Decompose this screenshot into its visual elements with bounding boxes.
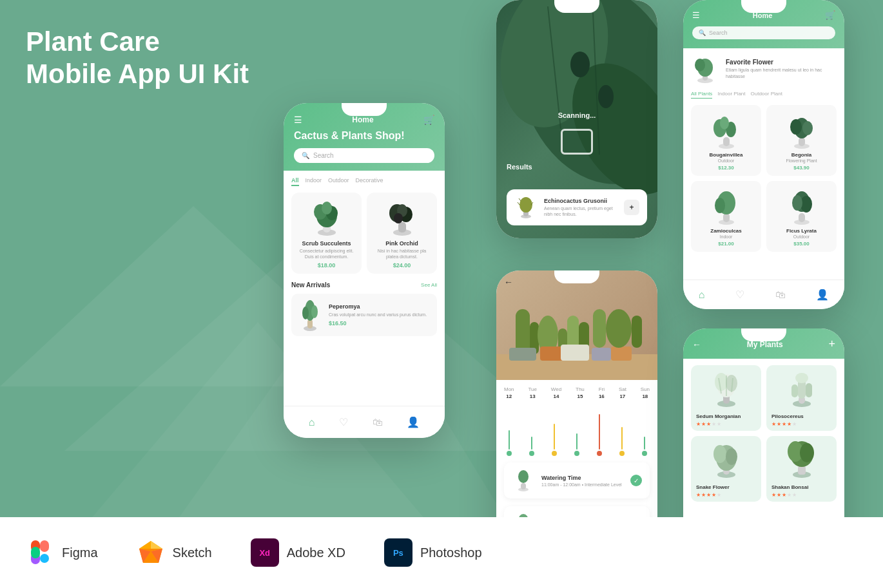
event-image [512,469,535,492]
product-name: Scrub Succulents [296,240,356,247]
phone-shop: ☰ Home 🛒 Cactus & Plants Shop! 🔍 Search … [284,103,445,438]
plant-card[interactable]: Ficus Lyrata Outdoor $35.00 [766,181,837,252]
my-plant-name: Sedum Morganian [696,413,756,419]
svg-point-96 [726,448,737,465]
page-title: Plant Care Mobile App UI Kit [26,26,249,91]
product-card[interactable]: Pink Orchid Nisi in hac habitasse pla pl… [367,193,437,274]
plant-card-name: Ficus Lyrata [771,228,831,234]
svg-point-67 [790,119,802,135]
svg-rect-60 [723,137,730,146]
profile-nav-icon[interactable]: 👤 [816,289,829,301]
see-all-link[interactable]: See All [421,282,437,288]
notch [554,0,599,13]
plant-card[interactable]: Zamioculcas Indoor $21.00 [691,181,761,252]
tab-all[interactable]: All [291,177,299,186]
plant-card-image [710,186,742,225]
plant-card[interactable]: Bougainvillea Outdoor $12.30 [691,105,761,176]
svg-point-95 [713,445,726,463]
my-plant-card[interactable]: Snake Flower ★ ★ ★ ★ ★ [691,436,761,502]
svg-rect-45 [611,346,632,361]
svg-rect-43 [561,345,589,361]
home-nav-icon[interactable]: ⌂ [309,417,315,428]
phone4-body: Favorite Flower Etiam ligula quam hendre… [683,48,844,263]
svg-rect-48 [632,316,642,348]
water-bar [619,427,625,456]
svg-rect-44 [592,348,611,361]
svg-point-77 [792,195,802,211]
cart-nav-icon[interactable]: 🛍 [775,289,786,301]
tab-indoor[interactable]: Indoor [306,177,322,186]
product-desc: Consectetur adipiscing elit. Duis at con… [296,248,356,260]
phone1-search[interactable]: 🔍 Search [294,148,434,163]
my-plant-name: Shakan Bonsai [771,484,831,490]
back-button[interactable]: ← [692,339,701,350]
menu-icon[interactable]: ☰ [294,115,302,125]
search-icon: 🔍 [699,30,706,36]
tab-outdoor[interactable]: Outdoor [328,177,349,186]
phone1-nav: ☰ Home 🛒 [294,115,434,125]
scan-result-name: Echinocactus Grusonii [544,198,617,204]
plant-card[interactable]: Begonia Flowering Plant $43.90 [766,105,837,176]
svg-rect-50 [521,483,526,489]
featured-info: Favorite Flower Etiam ligula quam hendre… [726,59,837,79]
product-card[interactable]: Scrub Succulents Consectetur adipiscing … [291,193,362,274]
add-button[interactable]: + [828,337,835,351]
my-plant-name: Snake Flower [696,484,756,490]
xd-label: Adobe XD [287,545,345,560]
back-button[interactable]: ← [504,277,513,287]
scanning-label: Scanning... [558,111,596,119]
filter-tabs: All Plants Indoor Plant Outdoor Plant [691,91,837,99]
plant-grid: Bougainvillea Outdoor $12.30 Begonia Flo… [691,105,837,252]
plant-card-type: Indoor [696,234,756,239]
new-arrivals-header: New Arrivals See All [291,281,437,289]
plant-card-type: Outdoor [771,234,831,239]
svg-rect-65 [799,137,805,146]
day-item: Tue13 [528,386,537,399]
filter-outdoor[interactable]: Outdoor Plant [751,91,782,99]
svg-point-19 [302,307,309,319]
svg-point-30 [519,197,532,213]
scanner-frame [561,129,593,155]
cart-icon[interactable]: 🛒 [825,10,835,20]
product-price: $24.00 [372,262,432,269]
notch [741,0,786,13]
featured-desc: Etiam ligula quam hendrerit malesu ut le… [726,67,837,79]
my-plant-card[interactable]: Shakan Bonsai ★ ★ ★ ★ ★ [766,436,837,502]
phone1-nav-title: Home [302,115,423,124]
favorites-nav-icon[interactable]: ♡ [735,289,744,301]
svg-rect-74 [799,213,805,222]
event-info: Watering Time 11:00am - 12:00am • Interm… [541,475,624,487]
svg-rect-11 [398,222,406,232]
arrival-item[interactable]: Peperomya Cras volutpat arcu nunc and va… [291,294,437,336]
phone4-bottom-nav: ⌂ ♡ 🛍 👤 [683,280,844,309]
scan-result-add[interactable]: + [624,200,639,215]
schedule-days: Mon12 Tue13 Wed14 Thu15 Fri16 Sat17 Sun1… [504,386,650,399]
my-plant-card[interactable]: Pilosocereus ★ ★ ★ ★ ★ [766,365,837,431]
favorites-nav-icon[interactable]: ♡ [339,416,348,428]
scanner-bg: Results Scanning... [496,0,657,238]
svg-line-31 [518,202,519,205]
water-bar [597,414,602,456]
menu-icon[interactable]: ☰ [692,10,700,20]
my-plant-name: Pilosocereus [771,413,831,419]
plant-card-price: $35.00 [771,241,831,247]
water-bar [552,424,557,456]
tab-decorative[interactable]: Decorative [356,177,383,186]
my-plant-card[interactable]: Sedum Morganian ★ ★ ★ ★ ★ [691,365,761,431]
scan-result-desc: Aenean quam lectus, pretium eget nibh ne… [544,205,617,217]
product-name: Pink Orchid [372,240,432,247]
svg-rect-91 [806,383,812,397]
arrival-desc: Cras volutpat arcu nunc and varius purus… [329,312,431,318]
cart-nav-icon[interactable]: 🛍 [373,417,383,428]
cart-icon[interactable]: 🛒 [423,115,434,125]
filter-all-plants[interactable]: All Plants [691,91,712,99]
svg-rect-46 [593,309,606,348]
svg-point-63 [720,117,729,129]
svg-rect-103 [40,540,49,552]
profile-nav-icon[interactable]: 👤 [407,416,420,428]
bottom-bar: Figma Sketch Xd Adobe XD Ps Photoshop [0,517,883,588]
svg-line-32 [519,198,521,201]
home-nav-icon[interactable]: ⌂ [699,289,705,301]
filter-indoor[interactable]: Indoor Plant [717,91,745,99]
phone4-search[interactable]: 🔍 Search [692,26,835,39]
